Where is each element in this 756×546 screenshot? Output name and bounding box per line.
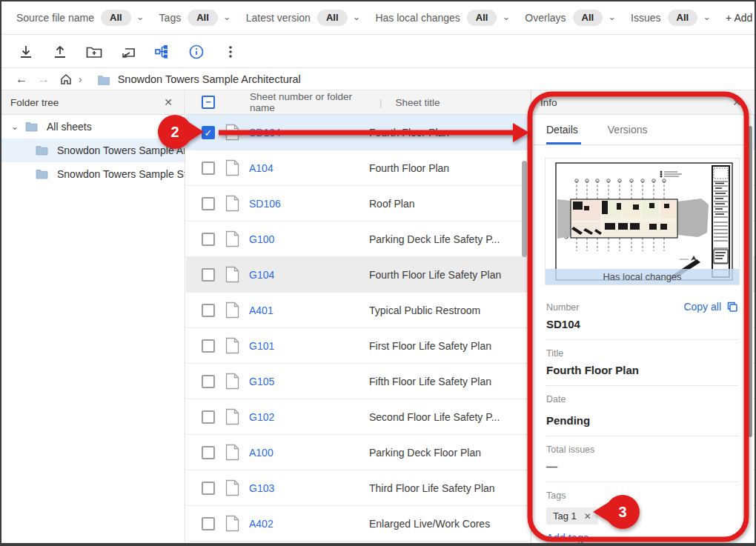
filter-label: Latest version [246, 12, 311, 24]
sheet-file-icon [225, 479, 239, 496]
tab-versions[interactable]: Versions [608, 124, 651, 144]
field-label: Date [546, 394, 738, 404]
more-menu-button[interactable] [213, 39, 248, 65]
add-tags-link[interactable]: Add tags [546, 532, 738, 543]
filter-overlays[interactable]: Overlays All ⌄ [525, 10, 616, 26]
filter-value-pill[interactable]: All [467, 10, 497, 26]
row-checkbox[interactable] [202, 339, 215, 353]
filter-has-local-changes[interactable]: Has local changes All ⌄ [375, 10, 510, 26]
folder-tree-toggle-button[interactable] [145, 39, 179, 65]
tree-item-structural[interactable]: Snowdon Towers Sample Stru [1, 162, 185, 186]
field-value-total-issues: — [546, 460, 738, 473]
add-filter-button[interactable]: + Add filter [726, 12, 756, 24]
field-label: Total issues [546, 445, 738, 455]
filter-label: Source file name [16, 12, 94, 24]
folder-tree-header: Folder tree ✕ [1, 90, 185, 115]
sheet-number-link[interactable]: G104 [249, 269, 369, 281]
field-total-issues: Total issues — [546, 436, 738, 482]
copy-all-button[interactable]: Copy all [683, 301, 738, 313]
sheet-file-icon [225, 195, 239, 212]
forward-button[interactable]: → [33, 73, 55, 86]
back-button[interactable]: ← [10, 73, 33, 86]
filter-value-pill[interactable]: All [573, 10, 603, 26]
filter-label: Has local changes [375, 12, 460, 24]
chevron-down-icon[interactable]: ⌄ [9, 121, 21, 132]
folder-icon [36, 169, 48, 179]
row-checkbox[interactable] [202, 304, 215, 317]
filter-value-pill[interactable]: All [188, 10, 218, 26]
info-close-button[interactable]: ✕ [729, 95, 744, 110]
filter-value-pill[interactable]: All [317, 10, 348, 26]
column-header-number[interactable]: Sheet number or folder name [250, 91, 379, 113]
row-checkbox[interactable] [202, 517, 215, 530]
field-value-title: Fourth Floor Plan [546, 364, 738, 376]
filter-value-pill[interactable]: All [101, 10, 131, 26]
sheet-number-link[interactable]: SD106 [249, 198, 369, 210]
tree-item-label: Snowdon Towers Sample Arc [57, 144, 185, 156]
move-sheet-button[interactable] [111, 39, 145, 65]
row-checkbox[interactable] [202, 162, 215, 175]
main-area: Folder tree ✕ ⌄ All sheets Snowdon Tower… [1, 90, 755, 543]
folder-tree-toggle-icon [154, 44, 170, 60]
sheet-title: Enlarged Live/Work Cores [369, 518, 490, 530]
remove-tag-button[interactable]: ✕ [584, 511, 591, 522]
row-checkbox[interactable] [202, 410, 215, 424]
sheet-title: Third Floor Life Safety Plan [369, 482, 495, 494]
copy-icon [726, 301, 738, 313]
info-toggle-button[interactable] [179, 39, 213, 65]
filter-tags[interactable]: Tags All ⌄ [159, 10, 231, 26]
row-checkbox[interactable] [202, 482, 215, 495]
tab-details[interactable]: Details [546, 124, 581, 144]
sheet-number-link[interactable]: G102 [249, 411, 369, 423]
home-button[interactable] [55, 73, 77, 86]
sheet-number-link[interactable]: A100 [249, 447, 369, 459]
info-panel: Info ✕ Details Versions [531, 90, 753, 543]
folder-tree-close-button[interactable]: ✕ [161, 95, 176, 110]
sheet-number-link[interactable]: A402 [249, 518, 369, 530]
breadcrumb-current-folder[interactable]: Snowdon Towers Sample Architectural [118, 73, 301, 85]
row-checkbox[interactable] [202, 268, 215, 282]
filter-value-pill[interactable]: All [668, 10, 698, 26]
row-checkbox[interactable] [202, 446, 215, 459]
chevron-down-icon: ⌄ [703, 11, 711, 22]
folder-tree-panel: Folder tree ✕ ⌄ All sheets Snowdon Tower… [1, 90, 185, 543]
sheet-file-icon [225, 337, 239, 354]
sheet-title: Typical Public Restroom [369, 304, 480, 316]
sheet-title: Roof Plan [369, 198, 414, 210]
download-icon [18, 44, 34, 60]
sheet-number-link[interactable]: G105 [249, 376, 369, 387]
filter-source-file-name[interactable]: Source file name All ⌄ [16, 10, 145, 26]
sheet-title: Second Floor Life Safety P... [369, 411, 500, 423]
app-window: Source file name All ⌄ Tags All ⌄ Latest… [0, 0, 756, 546]
new-folder-button[interactable] [77, 39, 111, 65]
folder-icon [36, 145, 48, 156]
row-checkbox[interactable] [202, 233, 215, 246]
sheet-number-link[interactable]: SD104 [249, 127, 369, 139]
sheet-number-link[interactable]: A401 [249, 304, 369, 316]
sheet-number-link[interactable]: G101 [249, 340, 369, 352]
filter-issues[interactable]: Issues All ⌄ [631, 10, 711, 26]
table-scrollbar[interactable] [522, 161, 527, 257]
field-value-number: SD104 [546, 318, 738, 330]
row-checkbox[interactable] [202, 197, 215, 210]
move-sheet-icon [119, 44, 137, 60]
row-checkbox[interactable]: ✓ [202, 126, 215, 139]
info-tabs: Details Versions [531, 115, 753, 145]
sheet-number-link[interactable]: A104 [249, 162, 369, 174]
sheet-number-link[interactable]: G100 [249, 233, 369, 245]
filter-latest-version[interactable]: Latest version All ⌄ [246, 10, 361, 26]
breadcrumb: ← → › Snowdon Towers Sample Architectura… [1, 69, 755, 90]
info-panel-scrollbar[interactable] [748, 126, 752, 437]
sheet-file-icon [225, 408, 239, 425]
download-button[interactable] [9, 39, 43, 65]
chevron-down-icon: ⌄ [502, 11, 510, 22]
sheet-number-link[interactable]: G103 [249, 482, 369, 494]
column-header-title[interactable]: Sheet title [396, 97, 440, 108]
row-checkbox[interactable] [202, 375, 215, 388]
tree-item-architectural[interactable]: Snowdon Towers Sample Arc [1, 139, 185, 162]
tree-item-all-sheets[interactable]: ⌄ All sheets [1, 115, 185, 139]
sheet-file-icon [225, 159, 239, 176]
upload-button[interactable] [43, 39, 77, 65]
chevron-down-icon: ⌄ [223, 11, 231, 22]
select-all-checkbox[interactable]: − [202, 96, 215, 109]
